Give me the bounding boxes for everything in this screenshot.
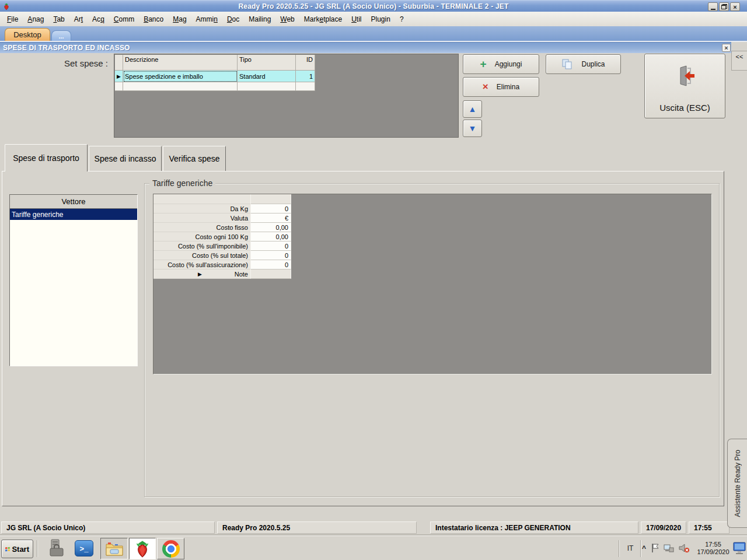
col-tipo-header[interactable]: Tipo bbox=[238, 55, 296, 71]
exit-door-icon bbox=[673, 64, 697, 88]
tab-desktop[interactable]: Desktop bbox=[5, 28, 50, 41]
menu-item-art[interactable]: Art bbox=[69, 14, 88, 24]
col-descrizione-header[interactable]: Descrizione bbox=[123, 55, 238, 71]
tab-spese-di-trasporto[interactable]: Spese di trasporto bbox=[5, 144, 88, 172]
tray-chevron-icon[interactable]: ^ bbox=[642, 544, 646, 552]
vettore-list-header: Vettore bbox=[10, 195, 137, 209]
duplica-set-button[interactable]: Duplica bbox=[546, 54, 621, 74]
tray-volume-muted-icon[interactable] bbox=[678, 543, 690, 553]
field-value-costo-fisso[interactable]: 0,00 bbox=[251, 223, 291, 232]
menu-item-mailing[interactable]: Mailing bbox=[244, 14, 275, 24]
arrow-down-icon: ▼ bbox=[469, 124, 477, 133]
status-date: 17/09/2020 bbox=[641, 522, 686, 534]
tray-clock[interactable]: 17:55 17/09/2020 bbox=[694, 541, 732, 556]
statusbar: JG SRL (A Socio Unico) Ready Pro 2020.5.… bbox=[0, 520, 747, 536]
menu-item-ammin[interactable]: Ammin bbox=[191, 14, 222, 24]
window-controls: × bbox=[708, 2, 740, 11]
taskbar-window-folder[interactable] bbox=[100, 538, 128, 559]
vettore-item-tariffe-generiche[interactable]: Tariffe generiche bbox=[10, 209, 137, 220]
panel-header: SPESE DI TRASPORTO ED INCASSO bbox=[0, 42, 731, 53]
vettore-list: Vettore Tariffe generiche bbox=[9, 194, 138, 366]
menu-item-tab[interactable]: Tab bbox=[48, 14, 69, 24]
panel-title: SPESE DI TRASPORTO ED INCASSO bbox=[3, 44, 130, 52]
tab-spese-di-incasso[interactable]: Spese di incasso bbox=[89, 146, 162, 171]
set-spese-table: Descrizione Tipo ID ▶ Spese spedizione e… bbox=[115, 55, 315, 91]
menu-item-comm[interactable]: Comm bbox=[109, 14, 139, 24]
restore-button[interactable] bbox=[719, 2, 729, 11]
panel-close-button[interactable]: × bbox=[722, 44, 731, 52]
elimina-set-button[interactable]: × Elimina bbox=[463, 77, 539, 97]
minimize-button[interactable] bbox=[708, 2, 718, 11]
strawberry-icon bbox=[134, 540, 151, 558]
start-button[interactable]: Start bbox=[1, 540, 33, 558]
empty-cell bbox=[123, 82, 238, 91]
field-label-costo-assicurazione: Costo (% sull'assicurazione) bbox=[153, 260, 251, 270]
taskbar-divider bbox=[640, 540, 641, 557]
menu-item-file[interactable]: File bbox=[2, 14, 23, 24]
form-header-cell bbox=[251, 194, 291, 204]
status-company: JG SRL (A Socio Unico) bbox=[1, 522, 215, 534]
window-title: Ready Pro 2020.5.25 - JG SRL (A Socio Un… bbox=[0, 2, 747, 10]
tariffe-group-title: Tariffe generiche bbox=[149, 178, 215, 188]
row-selector[interactable]: ▶ bbox=[115, 71, 123, 82]
close-button[interactable]: × bbox=[730, 2, 740, 11]
menu-item-util[interactable]: Util bbox=[347, 14, 366, 24]
tariffe-grid-area: Da Kg 0 Valuta € Costo fisso 0,00 Costo … bbox=[153, 194, 712, 374]
collapse-button[interactable]: << bbox=[736, 53, 743, 70]
move-down-button[interactable]: ▼ bbox=[463, 120, 482, 137]
empty-cell bbox=[296, 82, 315, 91]
empty-cell bbox=[238, 82, 296, 91]
menu-item-help[interactable]: ? bbox=[395, 14, 409, 24]
screen: Ready Pro 2020.5.25 - JG SRL (A Socio Un… bbox=[0, 0, 747, 560]
menu-item-doc[interactable]: Doc bbox=[222, 14, 244, 24]
plus-icon: + bbox=[480, 61, 487, 67]
menu-item-marketplace[interactable]: Marketplace bbox=[299, 14, 347, 24]
taskbar-divider bbox=[619, 540, 620, 557]
field-value-costo-100kg[interactable]: 0,00 bbox=[251, 232, 291, 242]
field-label-valuta: Valuta bbox=[153, 214, 251, 223]
assistant-side-tab[interactable]: Assistente Ready Pro bbox=[727, 439, 747, 528]
taskbar: Start >_ bbox=[0, 536, 747, 560]
powershell-icon[interactable]: >_ bbox=[75, 540, 93, 556]
field-value-costo-assicurazione[interactable]: 0 bbox=[251, 260, 291, 270]
move-up-button[interactable]: ▲ bbox=[463, 100, 482, 118]
menu-item-banco[interactable]: Banco bbox=[139, 14, 168, 24]
assistant-side-tab-label: Assistente Ready Pro bbox=[734, 450, 742, 517]
tariffe-form-grid: Da Kg 0 Valuta € Costo fisso 0,00 Costo … bbox=[153, 194, 291, 279]
chrome-icon bbox=[162, 540, 180, 558]
menu-item-acq[interactable]: Acq bbox=[88, 14, 109, 24]
aggiungi-set-button[interactable]: + Aggiungi bbox=[463, 54, 539, 74]
tab-verifica-spese[interactable]: Verifica spese bbox=[163, 146, 226, 171]
show-desktop-icon[interactable] bbox=[733, 541, 746, 555]
set-spese-grid-area: Descrizione Tipo ID ▶ Spese spedizione e… bbox=[114, 54, 459, 138]
field-value-note[interactable] bbox=[251, 270, 291, 279]
field-label-costo-imponibile: Costo (% sull'imponibile) bbox=[153, 242, 251, 251]
form-header-cell bbox=[153, 194, 251, 204]
taskbar-window-chrome[interactable] bbox=[157, 538, 184, 559]
cell-tipo[interactable]: Standard bbox=[238, 71, 296, 82]
field-label-costo-100kg: Costo ogni 100 Kg bbox=[153, 232, 251, 242]
taskbar-window-readypro[interactable] bbox=[129, 538, 156, 559]
menu-item-plugin[interactable]: Plugin bbox=[366, 14, 395, 24]
cell-id[interactable]: 1 bbox=[296, 71, 315, 82]
system-tools-icon[interactable] bbox=[46, 538, 68, 558]
field-value-da-kg[interactable]: 0 bbox=[251, 204, 291, 214]
collapse-strip: << bbox=[731, 51, 747, 71]
tray-flag-icon[interactable] bbox=[650, 543, 659, 553]
menu-item-anag[interactable]: Anag bbox=[23, 14, 48, 24]
tray-network-icon[interactable] bbox=[664, 544, 674, 553]
status-license: Intestatario licenza : JEEP GENERATION bbox=[430, 522, 638, 534]
uscita-button[interactable]: Uscita (ESC) bbox=[644, 54, 725, 118]
cell-descrizione[interactable]: Spese spedizione e imballo bbox=[123, 71, 238, 82]
menubar: File Anag Tab Art Acq Comm Banco Mag Amm… bbox=[0, 12, 747, 26]
field-value-valuta[interactable]: € bbox=[251, 214, 291, 223]
menu-item-mag[interactable]: Mag bbox=[168, 14, 191, 24]
field-value-costo-imponibile[interactable]: 0 bbox=[251, 242, 291, 251]
menu-item-web[interactable]: Web bbox=[275, 14, 299, 24]
field-value-costo-totale[interactable]: 0 bbox=[251, 251, 291, 260]
tab-more[interactable]: ... bbox=[51, 30, 71, 41]
language-indicator[interactable]: IT bbox=[622, 538, 638, 558]
field-label-note: ▶ Note bbox=[153, 270, 251, 279]
restore-icon bbox=[721, 4, 727, 9]
col-id-header[interactable]: ID bbox=[296, 55, 315, 71]
